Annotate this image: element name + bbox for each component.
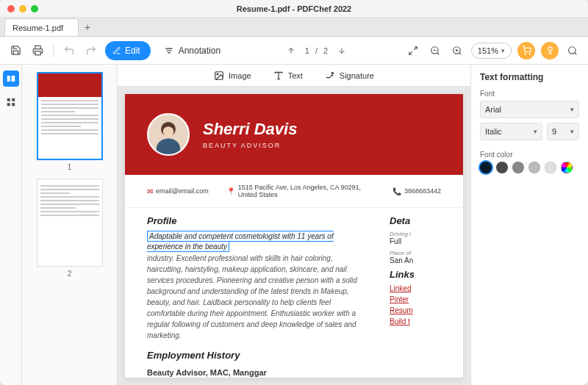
- annotation-mode-button[interactable]: Annotation: [157, 46, 228, 56]
- app-window: Resume-1.pdf - PDFChef 2022 Resume-1.pdf…: [0, 0, 588, 385]
- thumb-number: 1: [28, 163, 111, 171]
- insert-text-button[interactable]: Text: [273, 71, 303, 81]
- text-formatting-panel: Text formatting Font Arial ▾ Italic ▾ 9 …: [470, 65, 588, 385]
- color-picker-button[interactable]: [561, 162, 573, 173]
- edit-mode-button[interactable]: Edit: [105, 41, 151, 60]
- grid-view-button[interactable]: [3, 94, 19, 110]
- prev-page-button[interactable]: [283, 43, 299, 59]
- thumb-number: 2: [28, 270, 111, 278]
- person-name: Sherri Davis: [203, 120, 297, 139]
- color-swatch[interactable]: [528, 162, 540, 173]
- document-page[interactable]: Sherri Davis BEAUTY ADVISOR ✉email@email…: [125, 94, 463, 378]
- page-navigator: 1 / 2: [283, 43, 350, 59]
- zoom-value: 151%: [478, 46, 498, 55]
- color-swatch[interactable]: [480, 162, 492, 173]
- font-family-dropdown[interactable]: Arial ▾: [480, 101, 579, 118]
- upgrade-button[interactable]: [541, 42, 559, 60]
- job-title: Beauty Advisor, MAC, Manggar: [147, 368, 368, 377]
- titlebar: Resume-1.pdf - PDFChef 2022: [0, 0, 588, 18]
- svg-rect-19: [7, 98, 10, 101]
- color-swatch[interactable]: [545, 162, 556, 173]
- separator: [53, 43, 54, 58]
- cart-button[interactable]: [517, 42, 535, 60]
- search-button[interactable]: [564, 43, 581, 59]
- document-scroll-area[interactable]: Sherri Davis BEAUTY ADVISOR ✉email@email…: [118, 87, 470, 385]
- place-value: San An: [390, 256, 441, 265]
- svg-point-27: [331, 72, 333, 73]
- font-size-dropdown[interactable]: 9 ▾: [547, 123, 579, 140]
- profile-heading: Profile: [147, 215, 368, 226]
- maximize-window-button[interactable]: [31, 5, 38, 12]
- svg-point-14: [548, 47, 551, 51]
- svg-rect-17: [7, 76, 10, 82]
- svg-point-13: [529, 54, 530, 54]
- minimize-window-button[interactable]: [19, 5, 26, 12]
- tab-label: Resume-1.pdf: [12, 24, 63, 32]
- close-window-button[interactable]: [7, 5, 15, 12]
- contact-address: 📍1515 Pacific Ave, Los Angeles, CA 90291…: [226, 184, 375, 198]
- chevron-down-icon: ▾: [570, 128, 574, 135]
- job-dates: January 2020 — June 2021: [147, 377, 368, 378]
- zoom-level-dropdown[interactable]: 151% ▾: [471, 43, 512, 59]
- tab-bar: Resume-1.pdf +: [0, 18, 588, 37]
- thumbnails-view-button[interactable]: [3, 71, 19, 87]
- chevron-down-icon: ▾: [501, 47, 505, 54]
- contact-phone: 📞3868683442: [392, 184, 441, 198]
- left-rail: [0, 65, 22, 385]
- driving-value: Full: [390, 237, 441, 245]
- fit-screen-button[interactable]: [405, 43, 421, 59]
- color-swatches: [480, 162, 579, 173]
- svg-point-12: [525, 54, 526, 54]
- thumbnail-page-2[interactable]: 2: [28, 179, 111, 278]
- next-page-button[interactable]: [334, 43, 350, 59]
- insert-image-label: Image: [229, 71, 251, 80]
- print-button[interactable]: [29, 43, 46, 59]
- font-label: Font: [480, 90, 579, 98]
- thumbnail-page-1[interactable]: 1: [28, 72, 111, 171]
- zoom-out-button[interactable]: [427, 43, 443, 59]
- edit-label: Edit: [125, 46, 140, 56]
- avatar: [147, 113, 190, 156]
- insert-signature-button[interactable]: Signature: [325, 71, 374, 81]
- undo-button[interactable]: [61, 43, 77, 59]
- link-item[interactable]: Pinter: [390, 295, 441, 303]
- location-icon: 📍: [226, 187, 235, 195]
- svg-line-3: [414, 46, 417, 49]
- insert-signature-label: Signature: [340, 71, 374, 80]
- link-item[interactable]: Build t: [390, 317, 441, 325]
- insert-image-button[interactable]: Image: [214, 71, 251, 81]
- save-button[interactable]: [7, 43, 24, 59]
- new-tab-button[interactable]: +: [79, 18, 96, 36]
- person-role: BEAUTY ADVISOR: [203, 142, 297, 149]
- color-swatch[interactable]: [512, 162, 524, 173]
- zoom-in-button[interactable]: [449, 43, 465, 59]
- svg-line-16: [575, 52, 577, 54]
- selected-text[interactable]: Adaptable and competent cosmetologist wi…: [147, 231, 334, 252]
- svg-point-24: [217, 73, 218, 75]
- svg-rect-20: [12, 98, 15, 101]
- employment-heading: Employment History: [147, 350, 368, 361]
- document-body: Profile Adaptable and competent cosmetol…: [125, 208, 463, 378]
- window-title: Resume-1.pdf - PDFChef 2022: [0, 4, 588, 13]
- svg-line-6: [437, 52, 440, 54]
- svg-point-31: [163, 126, 173, 137]
- insert-text-label: Text: [288, 71, 303, 80]
- font-style-dropdown[interactable]: Italic ▾: [480, 123, 542, 140]
- link-item[interactable]: Linked: [390, 284, 441, 292]
- window-controls: [0, 5, 38, 12]
- phone-icon: 📞: [392, 187, 401, 195]
- annotation-label: Annotation: [179, 46, 220, 56]
- svg-rect-0: [35, 51, 40, 55]
- profile-text[interactable]: industry. Excellent professional with sk…: [147, 253, 368, 341]
- document-tab[interactable]: Resume-1.pdf: [4, 18, 79, 36]
- svg-rect-21: [7, 103, 10, 106]
- place-label: Place of: [390, 250, 441, 256]
- link-item[interactable]: Resum: [390, 306, 441, 314]
- redo-button[interactable]: [83, 43, 99, 59]
- svg-line-4: [409, 51, 412, 54]
- resume-header: Sherri Davis BEAUTY ADVISOR: [125, 94, 463, 175]
- svg-rect-18: [11, 76, 15, 82]
- svg-point-15: [569, 46, 576, 53]
- color-swatch[interactable]: [496, 162, 508, 173]
- driving-label: Driving l: [390, 231, 441, 237]
